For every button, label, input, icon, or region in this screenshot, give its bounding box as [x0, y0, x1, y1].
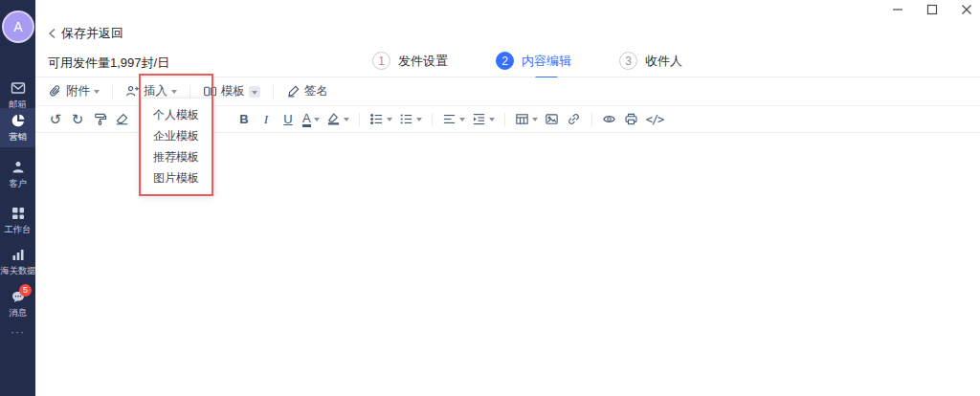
back-chevron-icon — [48, 28, 56, 39]
link-button[interactable] — [567, 112, 582, 126]
maximize-icon[interactable] — [924, 2, 940, 17]
signature-button[interactable]: 签名 — [286, 83, 328, 99]
alignment-button[interactable] — [442, 112, 465, 126]
header-row: 可用发件量1,997封/日 1 发件设置 2 内容编辑 3 收件人 — [35, 46, 980, 77]
save-and-return-label: 保存并返回 — [61, 25, 123, 42]
preview-button[interactable] — [602, 112, 617, 126]
step-number: 2 — [496, 52, 514, 70]
message-icon: 5 — [0, 289, 35, 304]
customs-data-icon — [0, 247, 35, 262]
sidebar-item-customer[interactable]: 客户 — [0, 155, 35, 194]
eraser-icon[interactable] — [114, 112, 129, 126]
ordered-list-button[interactable] — [399, 112, 422, 126]
chevron-down-icon — [252, 91, 257, 95]
mail-icon — [0, 80, 35, 96]
chevron-down-icon — [416, 118, 422, 121]
step-label: 发件设置 — [398, 53, 448, 70]
marketing-pie-icon — [0, 113, 35, 128]
step-number: 3 — [619, 52, 637, 70]
chevron-down-icon — [532, 118, 538, 121]
signature-label: 签名 — [304, 83, 328, 99]
customer-icon — [0, 160, 35, 175]
close-icon[interactable] — [959, 2, 974, 17]
chevron-down-icon — [94, 90, 100, 94]
divider — [359, 113, 360, 126]
template-option-recommended[interactable]: 推荐模板 — [142, 146, 212, 167]
send-quota-text: 可用发件量1,997封/日 — [48, 55, 169, 72]
sidebar-item-messages[interactable]: 5 消息 — [0, 284, 35, 323]
template-caret-button[interactable] — [249, 86, 260, 98]
source-code-button[interactable]: </> — [646, 113, 664, 126]
sidebar-more-button[interactable]: ··· — [0, 325, 35, 339]
sidebar-item-marketing[interactable]: 营销 — [0, 108, 35, 147]
step-label: 收件人 — [645, 53, 682, 70]
undo-icon[interactable]: ↺ — [48, 112, 63, 127]
step-indicator: 1 发件设置 2 内容编辑 3 收件人 — [372, 52, 682, 70]
paperclip-icon — [48, 84, 62, 99]
step-content-edit[interactable]: 2 内容编辑 — [496, 52, 571, 70]
step-send-settings[interactable]: 1 发件设置 — [372, 52, 448, 70]
chevron-down-icon — [314, 118, 320, 121]
sidebar-item-workbench[interactable]: 工作台 — [0, 201, 35, 240]
chevron-down-icon — [171, 90, 177, 94]
chevron-down-icon — [489, 118, 495, 121]
divider — [112, 85, 113, 99]
chevron-down-icon — [459, 118, 465, 121]
indent-button[interactable] — [472, 112, 495, 126]
ink-icon — [326, 112, 341, 126]
divider — [189, 85, 190, 99]
signature-pen-icon — [286, 84, 301, 99]
step-label: 内容编辑 — [522, 53, 571, 70]
highlight-color-button[interactable] — [326, 112, 349, 126]
divider — [432, 113, 433, 126]
bold-button[interactable]: B — [236, 112, 252, 126]
font-color-letter: A — [302, 112, 311, 127]
sidebar-item-label: 客户 — [0, 178, 34, 190]
app-window: A 邮箱 营销 客户 工作台 — [0, 0, 980, 396]
redo-icon[interactable]: ↻ — [70, 112, 85, 127]
divider — [504, 113, 505, 126]
step-number: 1 — [372, 52, 390, 70]
workbench-icon — [0, 206, 35, 221]
template-icon — [203, 84, 217, 99]
printer-icon — [624, 112, 638, 126]
sidebar-item-label: 海关数据 — [0, 265, 34, 277]
template-label: 模板 — [221, 83, 245, 99]
divider — [273, 85, 274, 99]
attachment-label: 附件 — [66, 83, 90, 99]
save-and-return-button[interactable]: 保存并返回 — [48, 25, 123, 42]
minimize-icon[interactable] — [890, 2, 905, 17]
chevron-down-icon — [387, 118, 392, 121]
chevron-down-icon — [344, 118, 349, 121]
attachment-button[interactable]: 附件 — [48, 83, 100, 99]
divider — [591, 113, 592, 126]
format-painter-icon[interactable] — [92, 112, 107, 126]
person-plus-icon — [125, 84, 140, 99]
window-controls — [890, 2, 974, 17]
print-button[interactable] — [624, 112, 639, 126]
avatar-letter: A — [13, 19, 22, 34]
template-option-image[interactable]: 图片模板 — [142, 167, 212, 188]
template-option-personal[interactable]: 个人模板 — [142, 104, 212, 125]
table-button[interactable] — [515, 112, 538, 126]
sidebar-item-label: 消息 — [0, 307, 34, 319]
eye-icon — [602, 112, 616, 126]
underline-button[interactable]: U — [280, 112, 296, 126]
step-recipients[interactable]: 3 收件人 — [619, 52, 682, 70]
sidebar-item-customs-data[interactable]: 海关数据 — [0, 242, 35, 281]
template-dropdown: 个人模板 企业模板 推荐模板 图片模板 — [141, 98, 213, 195]
template-option-enterprise[interactable]: 企业模板 — [142, 125, 212, 146]
italic-button[interactable]: I — [258, 112, 274, 127]
divider — [139, 113, 140, 126]
sidebar-item-label: 工作台 — [0, 224, 34, 236]
message-badge: 5 — [19, 284, 32, 297]
sidebar-item-label: 营销 — [0, 131, 34, 143]
sidebar: A 邮箱 营销 客户 工作台 — [0, 0, 35, 396]
font-color-button[interactable]: A — [302, 112, 320, 127]
avatar[interactable]: A — [2, 11, 34, 43]
bullet-list-button[interactable] — [369, 112, 392, 126]
image-button[interactable] — [545, 112, 560, 126]
